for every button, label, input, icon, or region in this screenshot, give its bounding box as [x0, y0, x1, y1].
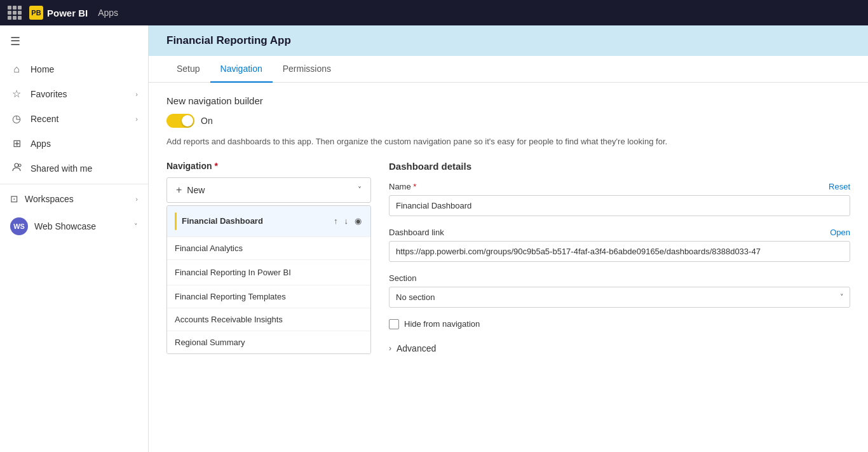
app-header-banner: Financial Reporting App [149, 25, 868, 56]
nav-item[interactable]: Financial Dashboard ↑ ↓ ◉ [167, 206, 370, 237]
toggle-on-label: On [201, 116, 213, 126]
tab-navigation[interactable]: Navigation [210, 56, 273, 83]
sidebar-item-apps[interactable]: ⊞ Apps [0, 131, 148, 156]
required-star: * [413, 182, 416, 191]
nav-builder-section: New navigation builder On Add reports an… [166, 95, 850, 148]
name-input[interactable] [389, 195, 850, 216]
advanced-label: Advanced [397, 343, 436, 353]
nav-item[interactable]: Regional Summary [167, 331, 370, 353]
powerbi-logo-icon: PB [29, 6, 43, 20]
powerbi-logo-text: Power BI [47, 8, 88, 18]
content-area: New navigation builder On Add reports an… [149, 83, 868, 452]
sidebar-item-label: Apps [31, 139, 138, 149]
sidebar-divider [0, 184, 148, 184]
section-select[interactable]: No section [389, 287, 850, 308]
nav-item-name: Financial Analytics [175, 243, 363, 253]
hide-nav-label: Hide from navigation [404, 319, 480, 329]
logo: PB Power BI [29, 6, 88, 20]
app-launcher-icon[interactable] [8, 6, 22, 20]
nav-builder-title: New navigation builder [166, 95, 850, 106]
new-button-label: New [187, 185, 205, 195]
favorites-icon: ☆ [10, 88, 23, 100]
required-star: * [215, 161, 218, 171]
dashboard-details-panel: Dashboard details Name * Reset [389, 161, 850, 356]
chevron-right-icon: › [135, 90, 138, 98]
main-content: Financial Reporting App Setup Navigation… [149, 25, 868, 452]
nav-item-actions: ↑ ↓ ◉ [332, 215, 363, 227]
link-field-group: Dashboard link Open [389, 228, 850, 262]
sidebar-item-shared[interactable]: Shared with me [0, 156, 148, 181]
tab-bar: Setup Navigation Permissions [149, 56, 868, 83]
section-field-group: Section No section ˅ [389, 273, 850, 308]
visibility-button[interactable]: ◉ [353, 215, 363, 227]
apps-icon: ⊞ [10, 137, 23, 149]
sidebar-item-label: Recent [31, 114, 128, 124]
plus-icon: + [176, 184, 182, 196]
shared-icon [10, 162, 23, 175]
selected-indicator [175, 212, 177, 230]
link-input[interactable] [389, 241, 850, 262]
sidebar-item-label: Favorites [31, 89, 128, 99]
home-icon: ⌂ [10, 64, 23, 75]
layout: ☰ ⌂ Home ☆ Favorites › ◷ Recent › ⊞ Apps [0, 25, 868, 452]
move-up-button[interactable]: ↑ [332, 266, 339, 278]
move-down-button[interactable]: ↓ [343, 266, 350, 278]
toggle-knob [182, 115, 193, 127]
section-select-wrapper: No section ˅ [389, 287, 850, 308]
link-field-label: Dashboard link [389, 228, 444, 237]
chevron-down-icon: ˅ [134, 223, 138, 231]
toggle-row: On [166, 114, 850, 128]
workspaces-icon: ⊡ [10, 193, 18, 205]
sidebar-toggle-button[interactable]: ☰ [0, 25, 148, 57]
sidebar-item-recent[interactable]: ◷ Recent › [0, 106, 148, 131]
recent-icon: ◷ [10, 113, 23, 125]
sidebar-item-favorites[interactable]: ☆ Favorites › [0, 81, 148, 106]
two-col-layout: Navigation * + New ˅ [166, 161, 850, 356]
section-field-header: Section [389, 273, 850, 283]
move-up-button[interactable]: ↑ [332, 215, 339, 227]
advanced-section[interactable]: › Advanced [389, 341, 850, 356]
sidebar-item-workspaces[interactable]: ⊡ Workspaces › [0, 187, 148, 211]
nav-item-name: Financial Reporting In Power BI [175, 268, 327, 277]
nav-item[interactable]: Financial Reporting In Power BI ↑ ↓ ◉ [167, 260, 370, 285]
nav-item-name: Financial Reporting Templates [175, 292, 363, 301]
nav-item-name: Accounts Receivable Insights [175, 315, 363, 324]
sidebar-item-label: Home [31, 64, 138, 74]
chevron-down-icon: ˅ [358, 186, 362, 195]
new-button[interactable]: + New ˅ [166, 177, 371, 203]
link-field-header: Dashboard link Open [389, 228, 850, 237]
svg-point-1 [18, 164, 21, 167]
reset-link[interactable]: Reset [829, 182, 850, 191]
name-field-group: Name * Reset [389, 182, 850, 216]
chevron-right-icon: › [389, 344, 391, 353]
nav-builder-description: Add reports and dashboards to this app. … [166, 135, 850, 148]
open-link[interactable]: Open [830, 228, 850, 237]
workspaces-label: Workspaces [25, 194, 129, 204]
workspace-avatar: WS [10, 217, 28, 235]
workspace-name: Web Showcase [34, 221, 128, 231]
chevron-right-icon: › [135, 115, 138, 123]
sidebar-item-webshowcase[interactable]: WS Web Showcase ˅ [0, 211, 148, 242]
sidebar-item-home[interactable]: ⌂ Home [0, 57, 148, 81]
visibility-button[interactable]: ◉ [353, 266, 363, 278]
nav-item-name: Financial Dashboard [182, 216, 327, 226]
nav-item-name: Regional Summary [175, 338, 363, 347]
nav-builder-toggle[interactable] [166, 114, 194, 128]
topbar-apps-label: Apps [98, 8, 118, 18]
move-down-button[interactable]: ↓ [343, 215, 350, 227]
hide-nav-checkbox[interactable] [389, 319, 399, 329]
details-title: Dashboard details [389, 161, 850, 172]
nav-items-list: Financial Dashboard ↑ ↓ ◉ Financial Anal… [166, 205, 371, 354]
tab-setup[interactable]: Setup [166, 56, 210, 83]
nav-item[interactable]: Financial Reporting Templates [167, 285, 370, 308]
chevron-right-icon: › [135, 195, 138, 203]
sidebar: ☰ ⌂ Home ☆ Favorites › ◷ Recent › ⊞ Apps [0, 25, 149, 452]
hide-nav-row: Hide from navigation [389, 319, 850, 329]
nav-item[interactable]: Financial Analytics [167, 237, 370, 260]
section-field-label: Section [389, 273, 416, 283]
tab-permissions[interactable]: Permissions [273, 56, 341, 83]
name-field-label: Name * [389, 182, 416, 191]
nav-item[interactable]: Accounts Receivable Insights [167, 308, 370, 331]
name-field-header: Name * Reset [389, 182, 850, 191]
sidebar-item-label: Shared with me [31, 163, 138, 174]
